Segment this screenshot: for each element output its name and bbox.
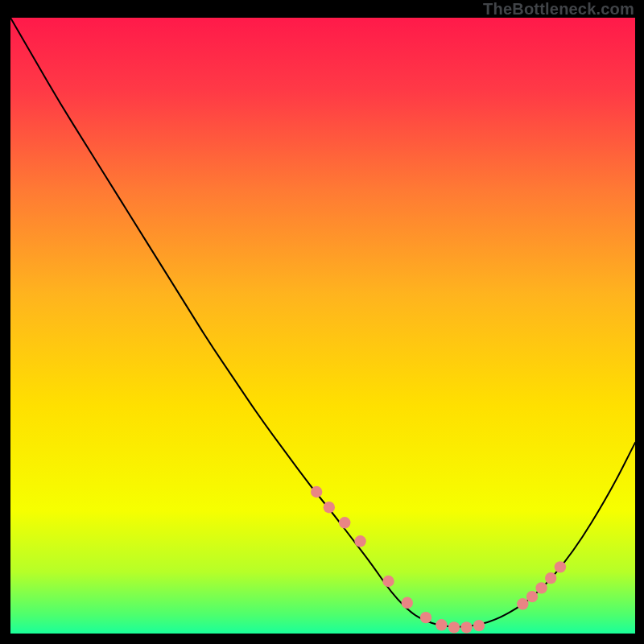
chart-stage: TheBottleneck.com <box>0 0 644 644</box>
curve-marker <box>545 572 556 584</box>
curve-marker <box>448 621 460 633</box>
curve-marker <box>535 582 547 593</box>
gradient-background <box>10 18 635 634</box>
curve-marker <box>382 576 394 587</box>
curve-marker <box>339 517 350 528</box>
curve-marker <box>311 486 322 497</box>
curve-marker <box>555 561 566 572</box>
curve-marker <box>436 619 447 630</box>
curve-marker <box>402 597 413 609</box>
watermark-text: TheBottleneck.com <box>483 0 634 19</box>
curve-marker <box>526 591 538 602</box>
curve-marker <box>354 535 365 547</box>
curve-marker <box>473 620 485 631</box>
plot-area <box>10 18 635 634</box>
curve-marker <box>420 612 431 623</box>
curve-marker <box>324 502 335 513</box>
curve-marker <box>517 598 528 609</box>
chart-svg <box>10 18 635 634</box>
curve-marker <box>460 621 472 633</box>
